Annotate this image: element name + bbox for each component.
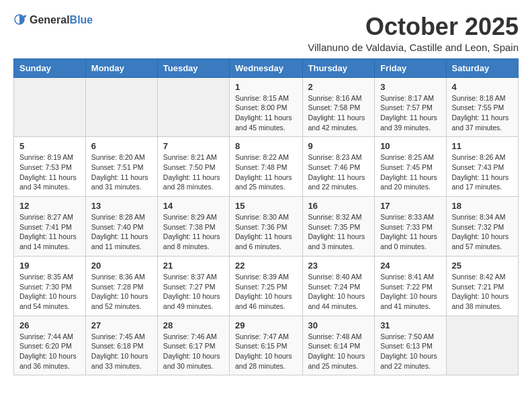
day-number: 3 bbox=[380, 82, 440, 92]
day-info: Sunrise: 8:40 AM Sunset: 7:24 PM Dayligh… bbox=[308, 272, 369, 312]
col-wednesday: Wednesday bbox=[229, 58, 302, 77]
day-info: Sunrise: 8:36 AM Sunset: 7:28 PM Dayligh… bbox=[91, 272, 152, 312]
day-info: Sunrise: 8:23 AM Sunset: 7:46 PM Dayligh… bbox=[308, 152, 369, 192]
table-row: 20Sunrise: 8:36 AM Sunset: 7:28 PM Dayli… bbox=[85, 256, 157, 316]
calendar-week-row: 26Sunrise: 7:44 AM Sunset: 6:20 PM Dayli… bbox=[14, 316, 519, 375]
day-info: Sunrise: 8:32 AM Sunset: 7:35 PM Dayligh… bbox=[308, 212, 369, 252]
table-row: 2Sunrise: 8:16 AM Sunset: 7:58 PM Daylig… bbox=[302, 77, 375, 137]
table-row: 9Sunrise: 8:23 AM Sunset: 7:46 PM Daylig… bbox=[302, 137, 375, 197]
table-row: 24Sunrise: 8:41 AM Sunset: 7:22 PM Dayli… bbox=[375, 256, 446, 316]
logo-general: General bbox=[30, 14, 70, 26]
table-row: 17Sunrise: 8:33 AM Sunset: 7:33 PM Dayli… bbox=[375, 197, 446, 257]
table-row bbox=[14, 77, 86, 137]
day-number: 22 bbox=[235, 261, 297, 271]
table-row: 4Sunrise: 8:18 AM Sunset: 7:55 PM Daylig… bbox=[446, 77, 518, 137]
logo: GeneralBlue bbox=[13, 13, 93, 27]
table-row: 30Sunrise: 7:48 AM Sunset: 6:14 PM Dayli… bbox=[302, 316, 375, 375]
calendar-week-row: 5Sunrise: 8:19 AM Sunset: 7:53 PM Daylig… bbox=[14, 137, 519, 197]
table-row: 13Sunrise: 8:28 AM Sunset: 7:40 PM Dayli… bbox=[85, 197, 157, 257]
day-info: Sunrise: 8:28 AM Sunset: 7:40 PM Dayligh… bbox=[91, 212, 152, 252]
day-number: 11 bbox=[452, 141, 513, 151]
day-number: 16 bbox=[308, 201, 369, 211]
table-row: 8Sunrise: 8:22 AM Sunset: 7:48 PM Daylig… bbox=[229, 137, 302, 197]
day-number: 9 bbox=[308, 141, 369, 151]
table-row: 6Sunrise: 8:20 AM Sunset: 7:51 PM Daylig… bbox=[85, 137, 157, 197]
day-info: Sunrise: 8:39 AM Sunset: 7:25 PM Dayligh… bbox=[235, 272, 297, 312]
day-info: Sunrise: 8:30 AM Sunset: 7:36 PM Dayligh… bbox=[235, 212, 297, 252]
day-number: 28 bbox=[163, 320, 224, 330]
day-number: 19 bbox=[19, 261, 80, 271]
table-row: 12Sunrise: 8:27 AM Sunset: 7:41 PM Dayli… bbox=[14, 197, 86, 257]
day-info: Sunrise: 8:20 AM Sunset: 7:51 PM Dayligh… bbox=[91, 152, 152, 192]
calendar-week-row: 12Sunrise: 8:27 AM Sunset: 7:41 PM Dayli… bbox=[14, 197, 519, 257]
day-info: Sunrise: 8:41 AM Sunset: 7:22 PM Dayligh… bbox=[380, 272, 440, 312]
table-row: 28Sunrise: 7:46 AM Sunset: 6:17 PM Dayli… bbox=[157, 316, 229, 375]
day-info: Sunrise: 8:34 AM Sunset: 7:32 PM Dayligh… bbox=[452, 212, 513, 252]
day-number: 30 bbox=[308, 320, 369, 330]
logo-icon bbox=[13, 13, 27, 27]
day-number: 12 bbox=[19, 201, 80, 211]
day-info: Sunrise: 7:48 AM Sunset: 6:14 PM Dayligh… bbox=[308, 332, 369, 371]
calendar: Sunday Monday Tuesday Wednesday Thursday… bbox=[13, 58, 519, 376]
col-friday: Friday bbox=[375, 58, 446, 77]
day-info: Sunrise: 8:17 AM Sunset: 7:57 PM Dayligh… bbox=[380, 93, 440, 133]
title-section: October 2025 Villanuno de Valdavia, Cast… bbox=[308, 13, 519, 53]
day-number: 10 bbox=[380, 141, 440, 151]
day-number: 6 bbox=[91, 141, 152, 151]
day-number: 27 bbox=[91, 320, 152, 330]
page: GeneralBlue October 2025 Villanuno de Va… bbox=[0, 0, 532, 382]
day-number: 4 bbox=[452, 82, 513, 92]
day-number: 1 bbox=[235, 82, 297, 92]
day-info: Sunrise: 8:29 AM Sunset: 7:38 PM Dayligh… bbox=[163, 212, 224, 252]
col-monday: Monday bbox=[85, 58, 157, 77]
table-row: 15Sunrise: 8:30 AM Sunset: 7:36 PM Dayli… bbox=[229, 197, 302, 257]
col-thursday: Thursday bbox=[302, 58, 375, 77]
logo-blue: Blue bbox=[70, 14, 93, 26]
table-row: 1Sunrise: 8:15 AM Sunset: 8:00 PM Daylig… bbox=[229, 77, 302, 137]
day-number: 31 bbox=[380, 320, 440, 330]
location-title: Villanuno de Valdavia, Castille and Leon… bbox=[308, 42, 519, 53]
day-number: 15 bbox=[235, 201, 297, 211]
day-number: 13 bbox=[91, 201, 152, 211]
col-saturday: Saturday bbox=[446, 58, 518, 77]
day-number: 2 bbox=[308, 82, 369, 92]
table-row: 31Sunrise: 7:50 AM Sunset: 6:13 PM Dayli… bbox=[375, 316, 446, 375]
table-row bbox=[157, 77, 229, 137]
day-info: Sunrise: 8:37 AM Sunset: 7:27 PM Dayligh… bbox=[163, 272, 224, 312]
day-info: Sunrise: 8:25 AM Sunset: 7:45 PM Dayligh… bbox=[380, 152, 440, 192]
day-info: Sunrise: 7:46 AM Sunset: 6:17 PM Dayligh… bbox=[163, 332, 224, 371]
table-row: 22Sunrise: 8:39 AM Sunset: 7:25 PM Dayli… bbox=[229, 256, 302, 316]
day-info: Sunrise: 8:35 AM Sunset: 7:30 PM Dayligh… bbox=[19, 272, 80, 312]
calendar-week-row: 19Sunrise: 8:35 AM Sunset: 7:30 PM Dayli… bbox=[14, 256, 519, 316]
table-row: 21Sunrise: 8:37 AM Sunset: 7:27 PM Dayli… bbox=[157, 256, 229, 316]
day-number: 5 bbox=[19, 141, 80, 151]
day-number: 26 bbox=[19, 320, 80, 330]
day-number: 8 bbox=[235, 141, 297, 151]
day-info: Sunrise: 8:42 AM Sunset: 7:21 PM Dayligh… bbox=[452, 272, 513, 312]
day-info: Sunrise: 7:47 AM Sunset: 6:15 PM Dayligh… bbox=[235, 332, 297, 371]
table-row: 25Sunrise: 8:42 AM Sunset: 7:21 PM Dayli… bbox=[446, 256, 518, 316]
day-number: 14 bbox=[163, 201, 224, 211]
table-row: 29Sunrise: 7:47 AM Sunset: 6:15 PM Dayli… bbox=[229, 316, 302, 375]
day-number: 7 bbox=[163, 141, 224, 151]
table-row: 27Sunrise: 7:45 AM Sunset: 6:18 PM Dayli… bbox=[85, 316, 157, 375]
day-number: 20 bbox=[91, 261, 152, 271]
table-row: 11Sunrise: 8:26 AM Sunset: 7:43 PM Dayli… bbox=[446, 137, 518, 197]
calendar-week-row: 1Sunrise: 8:15 AM Sunset: 8:00 PM Daylig… bbox=[14, 77, 519, 137]
month-title: October 2025 bbox=[308, 13, 519, 40]
table-row: 18Sunrise: 8:34 AM Sunset: 7:32 PM Dayli… bbox=[446, 197, 518, 257]
table-row bbox=[446, 316, 518, 375]
day-info: Sunrise: 7:50 AM Sunset: 6:13 PM Dayligh… bbox=[380, 332, 440, 371]
col-sunday: Sunday bbox=[14, 58, 86, 77]
day-number: 29 bbox=[235, 320, 297, 330]
table-row: 7Sunrise: 8:21 AM Sunset: 7:50 PM Daylig… bbox=[157, 137, 229, 197]
day-info: Sunrise: 8:21 AM Sunset: 7:50 PM Dayligh… bbox=[163, 152, 224, 192]
table-row: 14Sunrise: 8:29 AM Sunset: 7:38 PM Dayli… bbox=[157, 197, 229, 257]
day-info: Sunrise: 8:18 AM Sunset: 7:55 PM Dayligh… bbox=[452, 93, 513, 133]
table-row: 3Sunrise: 8:17 AM Sunset: 7:57 PM Daylig… bbox=[375, 77, 446, 137]
day-info: Sunrise: 8:26 AM Sunset: 7:43 PM Dayligh… bbox=[452, 152, 513, 192]
logo-text: GeneralBlue bbox=[30, 14, 93, 26]
day-number: 25 bbox=[452, 261, 513, 271]
day-number: 17 bbox=[380, 201, 440, 211]
table-row: 19Sunrise: 8:35 AM Sunset: 7:30 PM Dayli… bbox=[14, 256, 86, 316]
